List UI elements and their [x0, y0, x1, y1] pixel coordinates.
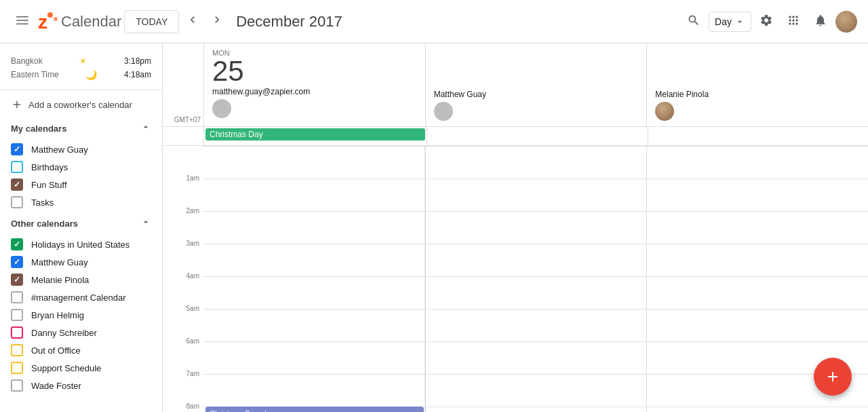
grid-cell-5am-col0 [203, 310, 425, 341]
cal-item-out-of-office[interactable]: Out of Office [0, 341, 162, 359]
grid-cell-3am-col2 [646, 244, 868, 276]
svg-text:z: z [38, 12, 47, 33]
user-avatar[interactable] [835, 11, 857, 33]
hour-row-2am: 2am [163, 211, 868, 244]
cal-checkbox-melanie: ✓ [11, 274, 23, 286]
grid-cell-5am-col2 [646, 310, 868, 341]
col-avatar-placeholder-2 [434, 102, 453, 121]
hour-label-3am: 3am [186, 240, 199, 247]
app-name-label: Calendar [61, 13, 121, 31]
header-right: Day [682, 8, 857, 35]
cal-checkbox-danny [11, 326, 23, 339]
all-day-col-2 [427, 127, 647, 145]
grid-cell-4am-col2 [646, 277, 868, 309]
grid-cell-5am-col1 [425, 310, 646, 341]
svg-point-4 [47, 12, 53, 18]
all-day-col-1: Christmas Day [203, 127, 427, 145]
col-header-1: Mon 25 matthew.guay@zapier.com [203, 43, 425, 126]
main-content: Bangkok ☀ 3:18pm Eastern Time 🌙 4:18am A… [0, 43, 868, 412]
other-calendars-title: Other calendars [11, 219, 78, 229]
today-button[interactable]: TODAY [124, 10, 179, 33]
svg-rect-2 [16, 24, 28, 25]
grid-cell-8am-col2 [646, 407, 868, 412]
view-selector[interactable]: Day [709, 12, 751, 32]
event-christmas-brunch[interactable]: Christmas Brunch 9 – 10:30am [205, 407, 424, 412]
all-day-row: Christmas Day [163, 127, 868, 146]
my-calendars-collapse[interactable] [140, 121, 151, 135]
cal-checkbox-bryan [11, 309, 23, 321]
gmt-label: GMT+07 [174, 116, 201, 124]
cal-item-matthew-guay[interactable]: ✓ Matthew Guay [0, 141, 162, 158]
tz-time-1: 3:18pm [124, 56, 151, 66]
other-calendars-collapse[interactable] [140, 217, 151, 230]
hour-row-12am [163, 146, 868, 179]
cal-item-management[interactable]: #management Calendar [0, 288, 162, 306]
hour-label-1am: 1am [186, 174, 199, 182]
all-day-event-christmas[interactable]: Christmas Day [205, 128, 425, 141]
app-root: z Calendar TODAY December 2017 Day [0, 0, 868, 412]
cal-item-holidays[interactable]: ✓ Holidays in United States [0, 236, 162, 253]
hour-label-4am: 4am [186, 272, 199, 280]
svg-rect-0 [16, 16, 28, 18]
col-header-2: Matthew Guay [425, 43, 647, 126]
notifications-button[interactable] [808, 8, 833, 35]
gmt-gutter: GMT+07 [163, 43, 203, 126]
hour-label-6am: 6am [186, 337, 199, 345]
col-name-3: Melanie Pinola [655, 90, 860, 99]
tz-icon-2: 🌙 [85, 69, 97, 80]
add-calendar-button[interactable]: Add a coworker's calendar [0, 93, 162, 116]
cal-item-fun-stuff[interactable]: ✓ Fun Stuff [0, 176, 162, 193]
tz-time-2: 4:18am [124, 70, 151, 79]
cal-checkbox-holidays: ✓ [11, 238, 23, 250]
grid-cell-6am-col1 [425, 342, 646, 374]
timezone-eastern: Eastern Time 🌙 4:18am [11, 68, 151, 81]
col-avatar-placeholder-1 [212, 99, 231, 118]
apps-button[interactable] [781, 8, 806, 35]
my-calendars-header[interactable]: My calendars [0, 116, 162, 141]
search-button[interactable] [682, 8, 706, 35]
hour-row-1am: 1am [163, 179, 868, 211]
tz-icon-1: ☀ [79, 56, 87, 67]
create-event-fab[interactable] [814, 358, 852, 396]
settings-button[interactable] [754, 8, 778, 35]
next-button[interactable] [206, 9, 228, 34]
cal-item-birthdays[interactable]: Birthdays [0, 158, 162, 176]
grid-cell-1am-col0 [203, 179, 425, 211]
col-header-3: Melanie Pinola [646, 43, 868, 126]
hour-row-4am: 4am [163, 276, 868, 309]
cal-item-matthew-guay-other[interactable]: ✓ Matthew Guay [0, 253, 162, 271]
header-left: z Calendar TODAY December 2017 [11, 9, 342, 34]
hour-row-5am: 5am [163, 309, 868, 341]
grid-cell-12am-col2 [646, 147, 868, 179]
month-label: December 2017 [236, 13, 342, 31]
prev-button[interactable] [182, 9, 203, 34]
other-calendars-header[interactable]: Other calendars [0, 211, 162, 236]
all-day-col-3 [648, 127, 868, 145]
grid-cell-2am-col2 [646, 212, 868, 244]
grid-cell-7am-col0 [203, 375, 425, 407]
cal-item-melanie[interactable]: ✓ Melanie Pinola [0, 271, 162, 288]
time-grid-scroll[interactable]: 1am2am3am4am5am6am7am8am9am10am11am12pm … [163, 146, 868, 412]
grid-cell-4am-col0 [203, 277, 425, 309]
cal-item-support-schedule[interactable]: Support Schedule [0, 359, 162, 377]
cal-item-bryan[interactable]: Bryan Helmig [0, 306, 162, 324]
tz-city-2: Eastern Time [11, 70, 59, 79]
cal-item-tasks[interactable]: Tasks [0, 193, 162, 211]
calendar-header-row: GMT+07 Mon 25 matthew.guay@zapier.com Ma… [163, 43, 868, 127]
grid-cell-1am-col2 [646, 179, 868, 211]
cal-checkbox-tasks [11, 196, 23, 208]
hour-label-8am: 8am [186, 402, 199, 410]
grid-cell-3am-col1 [425, 244, 646, 276]
my-calendars-title: My calendars [11, 124, 66, 134]
grid-cell-8am-col1 [425, 407, 646, 412]
menu-button[interactable] [11, 9, 34, 34]
hour-label-2am: 2am [186, 207, 199, 214]
cal-item-wade[interactable]: Wade Foster [0, 377, 162, 394]
col-name-2: Matthew Guay [434, 90, 639, 99]
cal-checkbox-out-of-office [11, 344, 23, 356]
grid-cell-3am-col0 [203, 244, 425, 276]
hour-rows: 1am2am3am4am5am6am7am8am9am10am11am12pm [163, 146, 868, 412]
sidebar: Bangkok ☀ 3:18pm Eastern Time 🌙 4:18am A… [0, 43, 163, 412]
timezone-section: Bangkok ☀ 3:18pm Eastern Time 🌙 4:18am [0, 49, 162, 90]
cal-item-danny[interactable]: Danny Schreiber [0, 324, 162, 341]
